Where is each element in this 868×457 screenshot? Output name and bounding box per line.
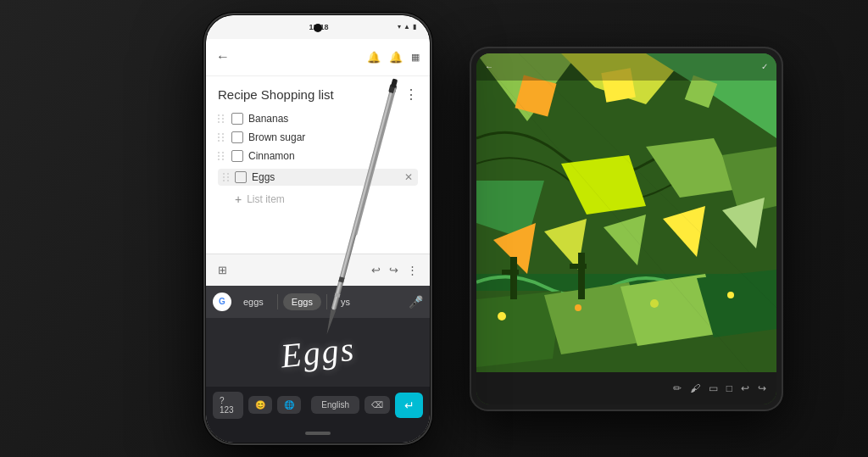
pattern-art <box>476 53 776 404</box>
list-item-active: Eggs ✕ <box>218 169 418 186</box>
svg-rect-30 <box>570 264 587 269</box>
add-item-row: + List item <box>235 192 418 206</box>
eraser-icon[interactable]: ▭ <box>709 382 718 394</box>
drag-handle-eggs <box>223 173 230 181</box>
checkmark-icon: ✓ <box>761 62 768 71</box>
svg-point-21 <box>498 312 506 320</box>
svg-rect-28 <box>502 270 519 275</box>
keyboard-area: G eggs Eggs ys 🎤 Eggs <box>206 286 430 443</box>
phone-back-screen: ← ✓ ✏ 🖌 ▭ □ ↩ ↪ <box>476 53 776 404</box>
handwritten-text: Eggs <box>279 328 357 376</box>
suggestion-eggs-lower[interactable]: eggs <box>235 293 272 310</box>
checkbox-cinnamon[interactable] <box>231 150 243 162</box>
wifi-icon: ▾ <box>398 23 401 31</box>
note-bottom-bar: ⊞ ↩ ↪ ⋮ <box>206 254 430 286</box>
phones-container: ← ✓ ✏ 🖌 ▭ □ ↩ ↪ <box>0 0 868 457</box>
list-item: Brown sugar <box>218 131 418 143</box>
note-main-area: Recipe Shopping list ⋮ <box>206 76 430 286</box>
note-content: Recipe Shopping list ⋮ <box>206 76 430 254</box>
mic-icon[interactable]: 🎤 <box>409 295 423 309</box>
svg-point-23 <box>650 299 659 308</box>
add-widget-icon[interactable]: ⊞ <box>218 264 227 276</box>
checkbox-bananas[interactable] <box>231 113 243 125</box>
phone-back: ← ✓ ✏ 🖌 ▭ □ ↩ ↪ <box>470 47 783 411</box>
item-text-cinnamon: Cinnamon <box>248 150 295 162</box>
suggestion-divider <box>277 294 278 309</box>
camera-dot <box>314 24 322 32</box>
enter-button[interactable]: ↵ <box>395 393 423 418</box>
delete-icon: ⌫ <box>371 400 383 410</box>
back-phone-toolbar: ✏ 🖌 ▭ □ ↩ ↪ <box>476 372 776 404</box>
redo-icon[interactable]: ↪ <box>758 382 766 394</box>
drag-handle <box>218 114 225 123</box>
google-logo: G <box>213 293 231 311</box>
svg-point-22 <box>575 304 581 311</box>
delete-button[interactable]: ⌫ <box>364 396 390 414</box>
back-arrow-icon[interactable]: ← <box>485 62 493 71</box>
svg-point-24 <box>727 292 734 298</box>
emoji-button[interactable]: 😊 <box>248 396 272 414</box>
note-title[interactable]: Recipe Shopping list <box>218 86 334 103</box>
back-phone-top-bar: ← ✓ <box>476 53 776 81</box>
keyboard-bottom-row: ?123 😊 🌐 English ⌫ <box>206 387 430 424</box>
svg-rect-29 <box>578 253 585 299</box>
battery-icon: ▮ <box>413 23 416 31</box>
handwriting-canvas[interactable]: Eggs <box>206 318 430 387</box>
notification-icon[interactable]: 🔔 <box>367 51 381 64</box>
grid-icon[interactable]: ▦ <box>411 52 420 63</box>
list-item: Cinnamon <box>218 150 418 162</box>
home-dot[interactable] <box>305 432 331 435</box>
home-indicator <box>206 424 430 443</box>
item-text-bananas: Bananas <box>248 113 288 125</box>
brush-icon[interactable]: 🖌 <box>690 382 700 394</box>
item-text-eggs[interactable]: Eggs <box>252 171 404 183</box>
undo-icon[interactable]: ↩ <box>371 264 381 276</box>
suggestion-divider-2 <box>326 294 327 309</box>
item-text-brown-sugar: Brown sugar <box>248 131 305 143</box>
svg-rect-36 <box>391 78 398 87</box>
app-bar-icons: 🔔 🔔 ▦ <box>367 51 420 64</box>
language-button[interactable]: English <box>311 396 359 414</box>
enter-icon: ↵ <box>404 398 415 412</box>
clear-eggs-button[interactable]: ✕ <box>404 171 413 183</box>
suggestion-eggs-upper[interactable]: Eggs <box>283 293 321 310</box>
app-bar: ← 🔔 🔔 ▦ <box>206 39 430 76</box>
status-icons: ▾ ▲ ▮ <box>398 23 416 31</box>
checkbox-brown-sugar[interactable] <box>231 131 243 143</box>
more-options-icon[interactable]: ⋮ <box>407 264 418 276</box>
add-item-icon[interactable]: + <box>235 192 242 206</box>
back-button[interactable]: ← <box>216 49 230 64</box>
suggestions-bar: G eggs Eggs ys 🎤 <box>206 286 430 318</box>
pencil-icon[interactable]: ✏ <box>673 382 682 394</box>
square-icon[interactable]: □ <box>726 382 732 394</box>
note-menu-button[interactable]: ⋮ <box>404 86 418 103</box>
reminder-icon[interactable]: 🔔 <box>389 51 403 64</box>
checkbox-eggs[interactable] <box>235 171 247 183</box>
emoji-icon: 😊 <box>255 400 265 410</box>
add-item-label[interactable]: List item <box>247 193 285 205</box>
drag-handle <box>218 133 225 142</box>
globe-icon: 🌐 <box>284 400 294 410</box>
undo-icon[interactable]: ↩ <box>741 382 749 394</box>
globe-button[interactable]: 🌐 <box>277 396 301 414</box>
svg-rect-27 <box>510 257 517 299</box>
signal-icon: ▲ <box>403 23 410 31</box>
drag-handle <box>218 152 225 160</box>
number-key-button[interactable]: ?123 <box>213 392 243 419</box>
redo-icon[interactable]: ↪ <box>389 264 398 276</box>
